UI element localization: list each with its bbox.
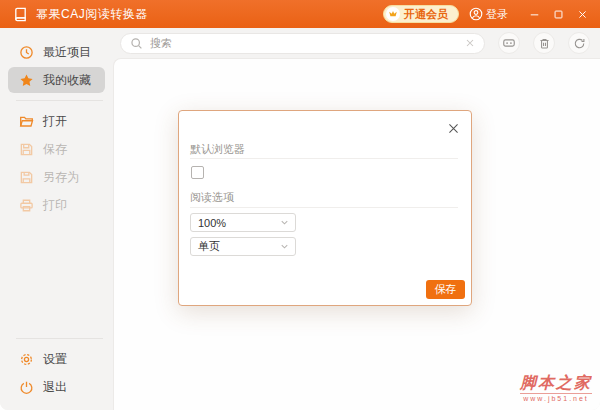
sidebar-item-label: 打开 — [43, 113, 67, 130]
save-icon — [19, 142, 34, 157]
sidebar: 最近项目 我的收藏 打开 — [0, 28, 113, 410]
toolbar — [113, 28, 600, 58]
sidebar-item-label: 我的收藏 — [43, 72, 91, 89]
power-icon — [19, 380, 34, 395]
minimize-button[interactable] — [524, 4, 544, 24]
search-input[interactable] — [150, 37, 457, 49]
sidebar-divider — [16, 100, 103, 101]
sidebar-item-settings[interactable]: 设置 — [8, 346, 105, 372]
sidebar-item-save-as[interactable]: 另存为 — [8, 164, 105, 190]
sidebar-item-print[interactable]: 打印 — [8, 192, 105, 218]
sidebar-item-label: 保存 — [43, 141, 67, 158]
titlebar: 幂果CAJ阅读转换器 开通会员 登录 — [0, 0, 600, 28]
default-browser-checkbox[interactable] — [191, 166, 204, 179]
close-button[interactable] — [572, 4, 592, 24]
save-as-icon — [19, 170, 34, 185]
maximize-button[interactable] — [548, 4, 568, 24]
zoom-select[interactable]: 100% — [190, 213, 296, 232]
crown-icon — [386, 7, 400, 21]
section-divider — [190, 158, 458, 159]
sidebar-item-open[interactable]: 打开 — [8, 108, 105, 134]
gear-icon — [19, 352, 34, 367]
page-mode-select-value: 单页 — [198, 239, 220, 254]
save-button[interactable]: 保存 — [426, 280, 465, 299]
sidebar-item-label: 最近项目 — [43, 44, 91, 61]
search-box[interactable] — [120, 33, 485, 54]
zoom-select-value: 100% — [198, 217, 226, 229]
login-button[interactable]: 登录 — [469, 7, 508, 22]
sidebar-item-label: 设置 — [43, 351, 67, 368]
delete-button[interactable] — [533, 32, 555, 54]
card-icon — [502, 36, 516, 50]
clear-search-icon[interactable] — [464, 37, 476, 49]
login-label: 登录 — [486, 7, 508, 22]
printer-icon — [19, 198, 34, 213]
section-divider — [190, 207, 458, 208]
clock-icon — [19, 45, 34, 60]
chevron-down-icon — [279, 241, 290, 252]
folder-open-icon — [19, 114, 34, 129]
star-icon — [19, 73, 34, 88]
sidebar-item-label: 打印 — [43, 197, 67, 214]
page-mode-select[interactable]: 单页 — [190, 237, 296, 256]
sidebar-item-favorites[interactable]: 我的收藏 — [8, 67, 105, 93]
settings-dialog: 默认浏览器 阅读选项 100% 单页 保存 — [178, 110, 472, 306]
batch-convert-button[interactable] — [498, 32, 520, 54]
reading-options-label: 阅读选项 — [190, 190, 234, 205]
sidebar-footer-divider — [16, 338, 103, 339]
refresh-button[interactable] — [568, 32, 590, 54]
watermark-site-url: www.jb51.net — [520, 393, 592, 402]
dialog-close-icon[interactable] — [446, 121, 460, 135]
search-icon — [130, 37, 143, 50]
sidebar-item-exit[interactable]: 退出 — [8, 374, 105, 400]
sidebar-item-label: 退出 — [43, 379, 67, 396]
vip-label: 开通会员 — [404, 7, 448, 22]
person-icon — [469, 7, 483, 21]
sidebar-item-label: 另存为 — [43, 169, 79, 186]
app-window: 幂果CAJ阅读转换器 开通会员 登录 — [0, 0, 600, 410]
sidebar-item-save[interactable]: 保存 — [8, 136, 105, 162]
watermark: 脚本之家 www.jb51.net — [520, 375, 592, 402]
trash-icon — [538, 37, 551, 50]
chevron-down-icon — [279, 217, 290, 228]
app-logo-icon — [12, 6, 28, 22]
app-title: 幂果CAJ阅读转换器 — [36, 6, 148, 23]
sidebar-item-recent[interactable]: 最近项目 — [8, 39, 105, 65]
default-browser-label: 默认浏览器 — [190, 142, 245, 157]
refresh-icon — [573, 37, 586, 50]
vip-membership-button[interactable]: 开通会员 — [383, 5, 459, 23]
watermark-site-name: 脚本之家 — [520, 375, 592, 391]
